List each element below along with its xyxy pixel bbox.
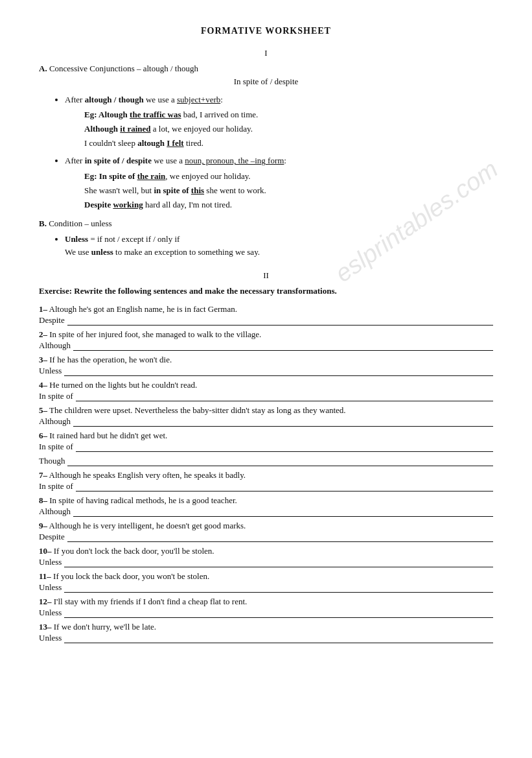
q2-label: Although [39, 340, 71, 351]
section-a-title: A. Concessive Conjunctions – altough / t… [39, 64, 493, 74]
q13-label: Unless [39, 633, 62, 643]
q10-answer: Unless [39, 557, 493, 567]
q11-line [64, 582, 493, 593]
bullet-2-text: After in spite of / despite we use a nou… [65, 156, 286, 165]
unless-bold: Unless [65, 234, 88, 244]
section-b-label: B. [39, 219, 47, 228]
q8-sentence: 8– In spite of having radical methods, h… [39, 495, 493, 506]
q12-sentence: 12– I'll stay with my friends if I don't… [39, 597, 493, 607]
section-a-subtitle: In spite of / despite [39, 77, 493, 87]
q1-line [67, 315, 493, 326]
eg-2-3: Despite working hard all day, I'm not ti… [84, 198, 493, 212]
q6-answer1: In spite of [39, 442, 493, 452]
bullet-1-underline: subject+verb [177, 95, 220, 104]
q3-label: Unless [39, 366, 62, 376]
q7-line [76, 481, 493, 492]
q11-answer: Unless [39, 582, 493, 593]
q7-label: In spite of [39, 481, 73, 492]
q12-label: Unless [39, 608, 62, 618]
section-a-label: A. [39, 64, 47, 73]
q8-answer: Although [39, 506, 493, 517]
q2-answer: Although [39, 340, 493, 351]
section-1-number: I [39, 48, 493, 58]
q4-answer: In spite of [39, 391, 493, 401]
q4-label: In spite of [39, 391, 73, 401]
section-b-bullets: Unless = if not / except if / only if We… [39, 233, 493, 259]
q10-line [64, 557, 493, 567]
section-b: B. Condition – unless Unless = if not / … [39, 219, 493, 259]
bullet-2-underline: noun, pronoun, the –ing form [185, 156, 284, 165]
q5-line [73, 416, 493, 427]
bullet-2-bold: in spite of / despite [85, 156, 152, 165]
bullet-1-text: After altough / though we use a subject+… [65, 95, 223, 104]
q6-label2: Though [39, 456, 65, 466]
q7-answer: In spite of [39, 481, 493, 492]
q6-line1 [76, 442, 493, 452]
q11-label: Unless [39, 582, 62, 593]
q3-sentence: 3– If he has the operation, he won't die… [39, 355, 493, 365]
q8-label: Although [39, 506, 71, 517]
q2-sentence: 2– In spite of her injured foot, she man… [39, 329, 493, 340]
eg-2-1: Eg: In spite of the rain, we enjoyed our… [84, 169, 493, 184]
section-b-text: Condition – unless [47, 219, 112, 228]
q6-label1: In spite of [39, 442, 73, 452]
q6-sentence: 6– It rained hard but he didn't get wet. [39, 431, 493, 441]
q9-line [67, 532, 493, 542]
bullet-1-bold: altough / though [85, 95, 144, 104]
section-2: II Exercise: Rewrite the following sente… [39, 270, 493, 643]
q13-line [64, 633, 493, 643]
q13-answer: Unless [39, 633, 493, 643]
q3-line [64, 366, 493, 376]
q5-sentence: 5– The children were upset. Nevertheless… [39, 405, 493, 416]
section-a-text: Concessive Conjunctions – altough / thou… [47, 64, 198, 73]
q5-label: Although [39, 416, 71, 427]
q1-answer: Despite [39, 315, 493, 326]
eg-1-2: Although it rained a lot, we enjoyed our… [84, 122, 493, 136]
section-2-number: II [39, 270, 493, 281]
section-b-title: B. Condition – unless [39, 219, 493, 229]
q13-sentence: 13– If we don't hurry, we'll be late. [39, 622, 493, 632]
q2-line [73, 340, 493, 351]
q12-line [64, 608, 493, 618]
q9-answer: Despite [39, 532, 493, 542]
q1-label: Despite [39, 315, 65, 326]
page-title: FORMATIVE WORKSHEET [39, 26, 493, 36]
q9-sentence: 9– Although he is very intelligent, he d… [39, 521, 493, 531]
q4-sentence: 4– He turned on the lights but he couldn… [39, 380, 493, 390]
q4-line [76, 391, 493, 401]
q10-label: Unless [39, 557, 62, 567]
bullet-2-examples: Eg: In spite of the rain, we enjoyed our… [65, 169, 493, 212]
q11-sentence: 11– If you lock the back door, you won't… [39, 571, 493, 582]
exercise-title: Exercise: Rewrite the following sentence… [39, 286, 493, 296]
eg-1-1: Eg: Altough the traffic was bad, I arriv… [84, 108, 493, 122]
q8-line [73, 506, 493, 517]
bullet-2: After in spite of / despite we use a nou… [65, 154, 493, 211]
q3-answer: Unless [39, 366, 493, 376]
bullet-1: After altough / though we use a subject+… [65, 93, 493, 150]
unless-bullet: Unless = if not / except if / only if We… [65, 233, 493, 259]
q6-answer2: Though [39, 456, 493, 466]
unless-eq: = if not / except if / only if [88, 234, 179, 244]
q12-answer: Unless [39, 608, 493, 618]
q6-line2 [67, 456, 493, 466]
section-a-bullets: After altough / though we use a subject+… [39, 93, 493, 212]
eg-2-2: She wasn't well, but in spite of this sh… [84, 184, 493, 198]
eg-1-3: I couldn't sleep altough I felt tired. [84, 136, 493, 150]
q7-sentence: 7– Although he speaks English very often… [39, 470, 493, 480]
q10-sentence: 10– If you don't lock the back door, you… [39, 546, 493, 556]
q9-label: Despite [39, 532, 65, 542]
bullet-1-examples: Eg: Altough the traffic was bad, I arriv… [65, 108, 493, 150]
unless-desc: We use unless to make an exception to so… [65, 247, 260, 257]
q1-sentence: 1– Altough he's got an English name, he … [39, 304, 493, 314]
q5-answer: Although [39, 416, 493, 427]
